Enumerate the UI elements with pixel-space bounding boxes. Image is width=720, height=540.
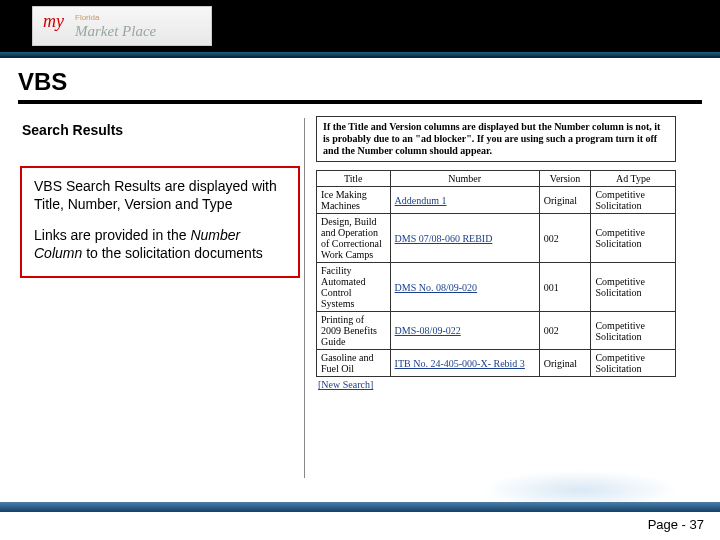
cell-adtype: Competitive Solicitation (591, 350, 675, 376)
cell-number: DMS-08/09-022 (391, 312, 540, 349)
col-adtype: Ad Type (591, 171, 675, 186)
number-link[interactable]: Addendum 1 (395, 195, 447, 206)
table-row: Ice Making Machines Addendum 1 Original … (317, 187, 675, 214)
title-underline (18, 100, 702, 104)
footer-bar (0, 502, 720, 512)
callout-p1: VBS Search Results are displayed with Ti… (34, 178, 286, 213)
number-link[interactable]: DMS 07/08-060 REBID (395, 233, 493, 244)
new-search: [New Search] (318, 379, 690, 390)
cell-version: Original (540, 350, 592, 376)
col-number: Number (391, 171, 540, 186)
callout-box: VBS Search Results are displayed with Ti… (20, 166, 300, 278)
callout-p2: Links are provided in the Number Column … (34, 227, 286, 262)
subheading: Search Results (22, 122, 300, 138)
logo-florida: Florida (75, 13, 99, 22)
col-version: Version (540, 171, 592, 186)
col-title: Title (317, 171, 391, 186)
cell-version: 002 (540, 312, 592, 349)
right-column: If the Title and Version columns are dis… (310, 118, 690, 390)
cell-number: ITB No. 24-405-000-X- Rebid 3 (391, 350, 540, 376)
cell-title: Design, Build and Operation of Correctio… (317, 214, 391, 262)
cell-title: Ice Making Machines (317, 187, 391, 213)
slide: my Florida Market Place VBS Search Resul… (0, 0, 720, 540)
logo: my Florida Market Place (32, 6, 212, 46)
table-header-row: Title Number Version Ad Type (317, 171, 675, 187)
callout-p2b: to the solicitation documents (82, 245, 263, 261)
logo-my: my (43, 11, 64, 32)
cell-title: Gasoline and Fuel Oil (317, 350, 391, 376)
table-row: Gasoline and Fuel Oil ITB No. 24-405-000… (317, 350, 675, 377)
cell-version: Original (540, 187, 592, 213)
content: Search Results VBS Search Results are di… (0, 110, 720, 390)
cell-title: Printing of 2009 Benefits Guide (317, 312, 391, 349)
table-row: Printing of 2009 Benefits Guide DMS-08/0… (317, 312, 675, 350)
title-area: VBS (0, 58, 720, 110)
left-column: Search Results VBS Search Results are di… (20, 118, 310, 390)
table-row: Facility Automated Control Systems DMS N… (317, 263, 675, 312)
number-link[interactable]: ITB No. 24-405-000-X- Rebid 3 (395, 358, 525, 369)
cell-version: 001 (540, 263, 592, 311)
page-number: Page - 37 (648, 517, 704, 532)
page-title: VBS (18, 68, 702, 96)
results-table: Title Number Version Ad Type Ice Making … (316, 170, 676, 377)
new-search-link[interactable]: [New Search] (318, 379, 373, 390)
cell-number: Addendum 1 (391, 187, 540, 213)
cell-number: DMS 07/08-060 REBID (391, 214, 540, 262)
table-row: Design, Build and Operation of Correctio… (317, 214, 675, 263)
callout-p2a: Links are provided in the (34, 227, 190, 243)
number-link[interactable]: DMS-08/09-022 (395, 325, 461, 336)
cell-adtype: Competitive Solicitation (591, 312, 675, 349)
cell-adtype: Competitive Solicitation (591, 187, 675, 213)
cell-number: DMS No. 08/09-020 (391, 263, 540, 311)
top-banner: my Florida Market Place (0, 0, 720, 52)
cell-version: 002 (540, 214, 592, 262)
cell-adtype: Competitive Solicitation (591, 214, 675, 262)
info-note: If the Title and Version columns are dis… (316, 116, 676, 162)
logo-marketplace: Market Place (75, 23, 156, 40)
vertical-divider (304, 118, 305, 478)
cell-title: Facility Automated Control Systems (317, 263, 391, 311)
cell-adtype: Competitive Solicitation (591, 263, 675, 311)
number-link[interactable]: DMS No. 08/09-020 (395, 282, 478, 293)
